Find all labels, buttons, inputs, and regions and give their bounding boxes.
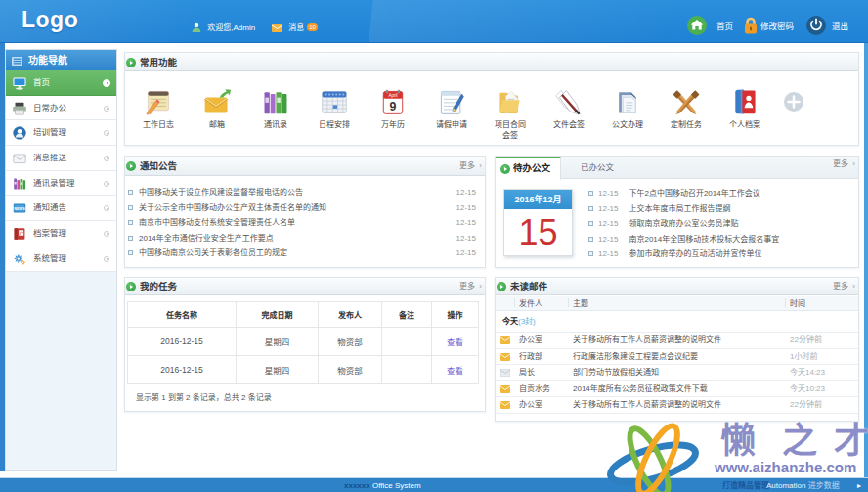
svg-text:April: April bbox=[389, 93, 398, 98]
svg-text:9: 9 bbox=[390, 100, 397, 113]
svg-text:NEWS: NEWS bbox=[14, 207, 25, 211]
